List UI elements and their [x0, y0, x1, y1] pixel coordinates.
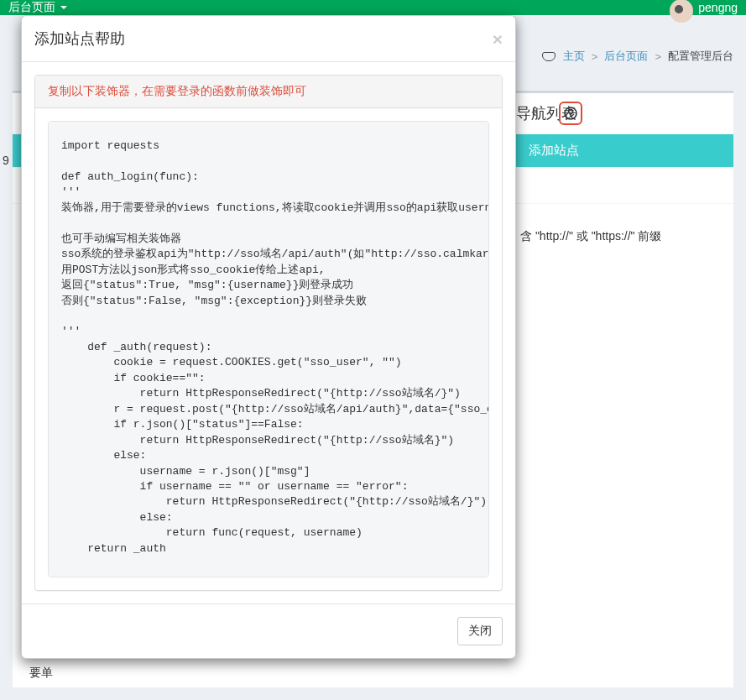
code-block[interactable]: import requests def auth_login(func): ''…: [48, 121, 489, 577]
modal-header: 添加站点帮助 ×: [22, 16, 515, 62]
modal-footer: 关闭: [22, 603, 515, 658]
panel-body: import requests def auth_login(func): ''…: [35, 108, 502, 590]
help-modal: 添加站点帮助 × 复制以下装饰器，在需要登录的函数前做装饰即可 import r…: [21, 15, 516, 659]
panel-heading: 复制以下装饰器，在需要登录的函数前做装饰即可: [35, 76, 502, 108]
close-button[interactable]: 关闭: [457, 617, 503, 645]
modal-title: 添加站点帮助: [34, 29, 125, 49]
close-icon[interactable]: ×: [493, 30, 503, 48]
help-panel: 复制以下装饰器，在需要登录的函数前做装饰即可 import requests d…: [34, 75, 503, 591]
modal-body: 复制以下装饰器，在需要登录的函数前做装饰即可 import requests d…: [22, 62, 515, 603]
